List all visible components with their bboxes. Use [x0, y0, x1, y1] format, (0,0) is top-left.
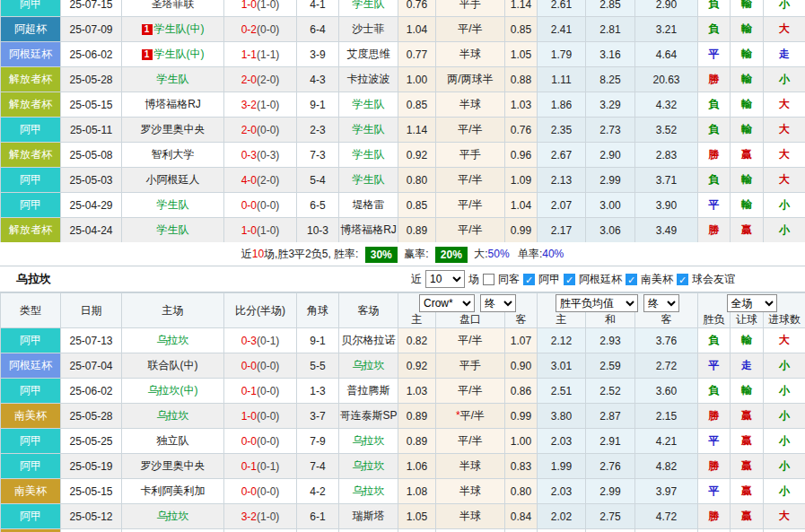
result-goals-cell: 走	[764, 42, 805, 67]
col-header-away: 客场	[339, 293, 398, 328]
handicap-cell: 半球	[436, 454, 505, 479]
halftime-score: (1-0)	[257, 0, 279, 11]
euro-final-select[interactable]: 终	[643, 294, 679, 312]
home-team-name: 学生队(中)	[154, 48, 205, 60]
euro-away-odds-cell: 2.72	[635, 353, 698, 379]
euro-home-odds-cell: 2.13	[538, 168, 586, 193]
league-filter-label-jia: 阿甲	[538, 272, 560, 287]
corner-cell: 9-1	[297, 92, 339, 118]
result-goals-cell: 大	[764, 504, 805, 529]
subcol-asia-home: 主	[398, 312, 436, 328]
score-cell: 0-0(0-0)	[224, 429, 297, 454]
euro-draw-odds-cell: 2.93	[586, 328, 635, 353]
asia-final-select[interactable]: 终	[480, 294, 516, 312]
empty-cell	[398, 529, 436, 532]
league-cell: 阿超杯	[1, 17, 61, 42]
handicap-cell: 平/半	[436, 328, 505, 353]
away-team-name: 博塔福格RJ	[340, 223, 397, 236]
empty-cell	[61, 529, 122, 532]
match-row: 阿甲25-05-11罗沙里奥中央2-0(0-0)2-3学生队1.14平/半0.7…	[1, 118, 805, 143]
home-team-name: 学生队	[157, 198, 189, 211]
date-cell: 25-05-28	[61, 404, 122, 429]
match-row: 阿超杯25-07-091学生队(中)0-2(0-0)6-4沙士菲1.04平/半0…	[1, 17, 805, 42]
subcol-handicap: 盘口	[436, 312, 505, 328]
league-cell: 阿甲	[1, 379, 61, 404]
league-cell: 解放者杯	[1, 92, 61, 118]
euro-away-odds-cell: 3.71	[635, 168, 698, 193]
col-header-corner: 角球	[297, 293, 339, 328]
result-wdl-cell: 負	[698, 328, 731, 353]
summary-big-pct: 50%	[488, 248, 510, 260]
empty-cell	[122, 529, 224, 532]
bookmaker-select[interactable]: Crow*	[419, 294, 475, 312]
empty-cell	[538, 529, 586, 532]
euro-draw-odds-cell: 2.91	[586, 429, 635, 454]
euro-draw-odds-cell: 3.06	[586, 218, 635, 243]
fulltime-score: 4-0	[241, 174, 257, 187]
euro-home-odds-cell: 2.17	[538, 218, 586, 243]
date-cell: 25-05-19	[61, 454, 122, 479]
asia-home-odds-cell: 1.08	[398, 479, 436, 504]
home-team-name: 学生队(中)	[154, 22, 205, 35]
home-team-name: 小阿根廷人	[146, 173, 200, 186]
match-row: 解放者杯25-04-24学生队1-0(1-0)10-3博塔福格RJ0.89平/半…	[1, 218, 805, 243]
result-handicap-cell: 贏	[731, 479, 764, 504]
halftime-score: (0-0)	[257, 360, 279, 372]
corner-cell: 9-1	[297, 328, 339, 353]
score-cell: 2-0(0-0)	[224, 118, 297, 143]
league-filter-label-friendly: 球会友谊	[692, 272, 735, 287]
result-wdl-cell: 勝	[698, 67, 731, 92]
away-team-cell: 学生队	[339, 118, 398, 143]
team-section-title: 乌拉坎	[16, 271, 51, 287]
asia-away-odds-cell: 1.00	[505, 429, 538, 454]
euro-home-odds-cell: 2.02	[538, 504, 586, 529]
league-cell: 阿甲	[1, 0, 61, 17]
euro-draw-odds-cell: 2.90	[586, 143, 635, 168]
euro-odds-header-cell: 胜平负均值 终	[538, 293, 698, 313]
handicap-name: 半球	[459, 459, 481, 472]
score-cell: 2-0(2-0)	[224, 67, 297, 92]
halftime-score: (1-0)	[257, 510, 279, 523]
score-cell: 1-1(1-1)	[224, 42, 297, 67]
handicap-name: 平/半	[460, 409, 485, 422]
match-row: 阿甲25-05-25独立队0-0(0-0)7-9乌拉坎0.89平/半1.002.…	[1, 429, 805, 454]
handicap-cell: 两/两球半	[436, 67, 505, 92]
match-row: 南美杯25-05-28乌拉坎1-0(0-0)3-7哥连泰斯SP0.89*平/半0…	[1, 404, 805, 429]
result-handicap-cell: 贏	[731, 218, 764, 243]
fulltime-score: 0-3	[241, 149, 257, 161]
summary-near-count: 10	[252, 248, 264, 260]
euro-away-odds-cell: 2.83	[635, 143, 698, 168]
league-filter-checkbox-friendly[interactable]	[677, 274, 688, 285]
red-number-badge-icon: 1	[142, 49, 153, 60]
away-team-cell: 学生队	[339, 0, 398, 17]
home-team-cell: 卡利阿美利加	[122, 479, 224, 504]
away-team-name: 学生队	[353, 148, 385, 161]
handicap-cell: 半球	[436, 504, 505, 529]
corner-cell: 7-4	[297, 454, 339, 479]
league-filter-checkbox-jia[interactable]	[523, 274, 535, 285]
league-filter-checkbox-cup[interactable]	[564, 274, 575, 285]
near-count-select[interactable]: 10	[425, 270, 465, 288]
result-wdl-cell: 勝	[698, 218, 731, 243]
result-goals-cell: 小	[764, 379, 805, 404]
scope-select[interactable]: 全场	[727, 294, 777, 312]
handicap-cell: 半球	[436, 92, 505, 118]
halftime-score: (0-1)	[257, 460, 279, 473]
euro-away-odds-cell: 4.82	[635, 454, 698, 479]
section-header: 乌拉坎 近 10 场 同客 阿甲 阿根廷杯 南美杯 球会友谊	[0, 266, 805, 292]
asia-home-odds-cell: 0.89	[398, 429, 436, 454]
away-team-name: 卡拉波波	[347, 73, 390, 85]
euro-draw-odds-cell: 2.85	[586, 0, 635, 17]
euro-avg-select[interactable]: 胜平负均值	[556, 294, 638, 312]
result-handicap-cell: 輸	[731, 193, 764, 218]
near-label: 近	[411, 272, 422, 287]
home-team-cell: 学生队	[122, 218, 224, 243]
score-cell: 1-0(1-0)	[224, 218, 297, 243]
asia-home-odds-cell: 0.85	[398, 92, 436, 118]
fulltime-score: 0-0	[241, 485, 257, 498]
league-filter-checkbox-sudamericana[interactable]	[626, 274, 637, 285]
same-away-checkbox[interactable]	[483, 274, 494, 285]
score-cell: 1-0(1-0)	[224, 0, 297, 17]
away-team-cell: 卡拉波波	[339, 67, 398, 92]
league-cell: 解放者杯	[1, 67, 61, 92]
